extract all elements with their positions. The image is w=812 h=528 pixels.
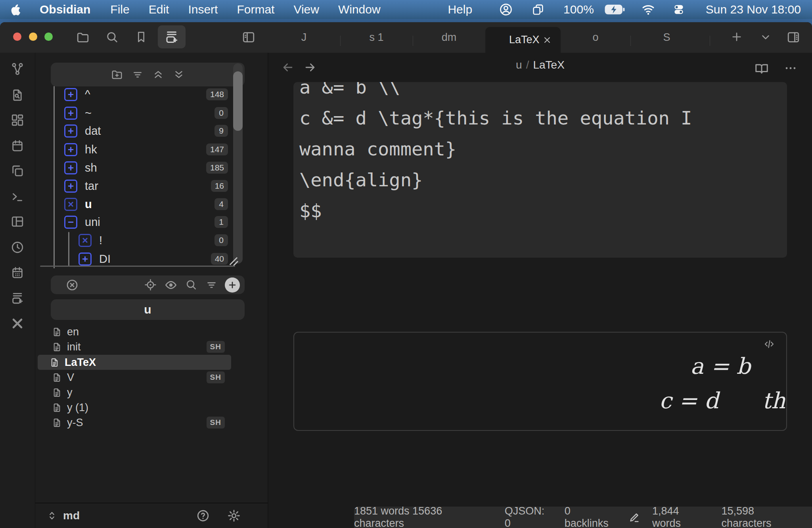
menu-view[interactable]: View xyxy=(284,3,328,16)
tree-item-tilde[interactable]: + ~ 0 xyxy=(35,104,241,122)
menu-file[interactable]: File xyxy=(101,3,139,16)
open-vault-folder-button[interactable] xyxy=(76,31,90,44)
latex-source-block[interactable]: a &= b \\ c &= d \tag*{this is the equat… xyxy=(293,82,787,258)
breadcrumb-file[interactable]: LaTeX xyxy=(533,59,564,71)
zoom-window-button[interactable] xyxy=(44,33,53,41)
edit-source-icon[interactable] xyxy=(763,338,775,350)
tab-j[interactable]: J xyxy=(268,22,340,53)
new-tab-button[interactable] xyxy=(730,31,743,43)
minimize-window-button[interactable] xyxy=(29,33,37,41)
collapse-box-icon[interactable]: − xyxy=(64,216,77,229)
eye-icon[interactable] xyxy=(165,279,177,291)
tree-item-u[interactable]: × u 4 xyxy=(35,195,241,213)
tree-item-exclaim[interactable]: × ! 0 xyxy=(35,231,241,249)
tab-latex-active[interactable]: LaTeX xyxy=(485,27,561,53)
menu-app-name[interactable]: Obsidian xyxy=(29,3,101,16)
tree-item-dat[interactable]: + dat 9 xyxy=(35,122,241,140)
bookmark-button[interactable] xyxy=(135,31,147,43)
search-icon[interactable] xyxy=(185,279,197,291)
menubar-clock[interactable]: Sun 23 Nov 18:00 xyxy=(699,3,812,16)
vault-switch-icon[interactable] xyxy=(46,510,57,521)
clear-filter-icon[interactable] xyxy=(66,279,79,291)
calendar-dots-icon[interactable] xyxy=(11,266,24,279)
graph-view-icon[interactable] xyxy=(11,62,24,76)
menu-bar: Obsidian File Edit Insert Format View Wi… xyxy=(0,0,812,19)
control-center-icon[interactable] xyxy=(665,3,699,16)
expand-box-icon[interactable]: + xyxy=(64,161,77,174)
clock-icon[interactable] xyxy=(11,241,24,254)
sort-filter-icon[interactable] xyxy=(205,279,218,291)
file-search-icon[interactable] xyxy=(11,88,24,102)
file-item-en[interactable]: en xyxy=(38,324,244,339)
toggle-left-sidebar-button[interactable] xyxy=(242,31,255,44)
settings-gear-icon[interactable] xyxy=(227,509,241,522)
search-button[interactable] xyxy=(105,31,119,44)
file-item-latex-selected[interactable]: LaTeX xyxy=(38,355,231,370)
file-item-init[interactable]: init SH xyxy=(38,339,244,354)
expand-box-icon[interactable]: + xyxy=(64,180,77,193)
reading-view-button[interactable] xyxy=(755,61,769,76)
filter-icon[interactable] xyxy=(132,69,144,80)
crossed-tools-icon[interactable] xyxy=(11,317,24,330)
wifi-icon[interactable] xyxy=(634,4,665,15)
expand-box-icon[interactable]: + xyxy=(64,143,77,156)
code-line[interactable]: wanna comment} xyxy=(299,134,775,165)
new-folder-icon[interactable] xyxy=(111,69,123,80)
expand-box-icon[interactable]: + xyxy=(64,88,77,101)
tab-dm[interactable]: dm xyxy=(413,22,485,53)
file-item-y[interactable]: y xyxy=(38,385,244,400)
menu-help[interactable]: Help xyxy=(440,3,492,16)
menu-insert[interactable]: Insert xyxy=(178,3,227,16)
window-copy-icon[interactable] xyxy=(525,3,556,16)
new-card-button[interactable] xyxy=(158,25,186,48)
add-filter-icon[interactable] xyxy=(225,277,240,293)
dashboard-icon[interactable] xyxy=(11,113,24,127)
apple-menu[interactable] xyxy=(0,4,29,15)
tree-item-uni[interactable]: − uni 1 xyxy=(35,213,241,231)
layout-panel-icon[interactable] xyxy=(11,215,24,228)
terminal-icon[interactable] xyxy=(11,190,24,203)
breadcrumb-folder[interactable]: u xyxy=(516,59,522,71)
file-item-y1[interactable]: y (1) xyxy=(38,400,244,415)
tree-item-tar[interactable]: + tar 16 xyxy=(35,177,241,195)
expand-box-icon[interactable]: + xyxy=(79,253,92,266)
tab-s[interactable]: S xyxy=(630,22,703,53)
toggle-right-sidebar-button[interactable] xyxy=(787,31,800,44)
leaf-box-icon[interactable]: × xyxy=(79,234,92,247)
tab-s1[interactable]: s 1 xyxy=(340,22,413,53)
expand-all-icon[interactable] xyxy=(173,69,185,80)
help-icon[interactable] xyxy=(196,509,210,522)
user-account-icon[interactable] xyxy=(492,3,525,16)
tab-o[interactable]: o xyxy=(561,22,630,53)
menu-window[interactable]: Window xyxy=(329,3,390,16)
close-window-button[interactable] xyxy=(13,33,21,41)
tree-item-hk[interactable]: + hk 147 xyxy=(35,140,241,159)
menu-edit[interactable]: Edit xyxy=(139,3,179,16)
code-line[interactable]: \end{align} xyxy=(299,165,775,195)
active-tag-pill[interactable]: u xyxy=(51,299,245,320)
menu-format[interactable]: Format xyxy=(227,3,284,16)
code-line[interactable]: $$ xyxy=(299,195,775,226)
vault-name[interactable]: md xyxy=(63,509,80,522)
card-add-icon[interactable] xyxy=(11,291,24,305)
file-label: y xyxy=(67,386,73,399)
file-item-y-s[interactable]: y-S SH xyxy=(38,415,244,430)
copies-icon[interactable] xyxy=(11,164,24,178)
tree-item-caret[interactable]: + ^ 148 xyxy=(35,85,241,103)
tab-list-dropdown-button[interactable] xyxy=(760,31,772,43)
edit-mode-pencil-icon[interactable] xyxy=(628,511,640,523)
locate-icon[interactable] xyxy=(144,279,157,291)
close-tab-icon[interactable] xyxy=(542,35,552,45)
expand-box-icon[interactable]: + xyxy=(64,107,77,120)
calendar-icon[interactable] xyxy=(11,139,24,153)
resize-handle-icon[interactable] xyxy=(228,256,238,266)
expand-box-icon[interactable]: + xyxy=(64,124,77,138)
code-line[interactable]: a &= b \\ xyxy=(299,82,775,103)
file-item-v[interactable]: V SH xyxy=(38,370,244,385)
tree-item-sh[interactable]: + sh 185 xyxy=(35,159,241,177)
leaf-box-icon[interactable]: × xyxy=(64,198,77,211)
battery-charging-icon[interactable] xyxy=(597,4,634,15)
code-line[interactable]: c &= d \tag*{this is the equation I xyxy=(299,103,775,134)
collapse-all-icon[interactable] xyxy=(152,69,164,80)
more-options-button[interactable] xyxy=(784,61,797,75)
